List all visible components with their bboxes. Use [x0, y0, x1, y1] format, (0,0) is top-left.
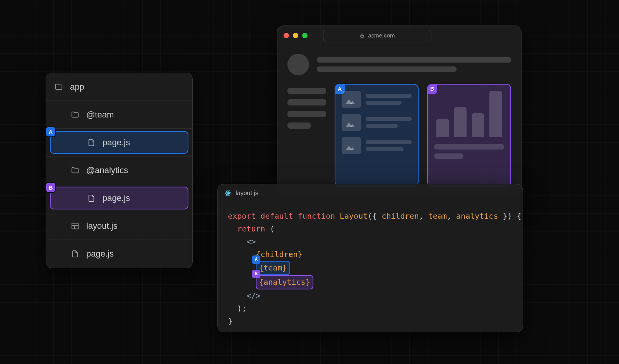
file-tree-root-label: app: [70, 82, 84, 92]
file-tree-file-team-page[interactable]: A page.js: [46, 129, 192, 156]
file-tree-folder-team[interactable]: @team: [46, 101, 192, 129]
code-tab-bar: layout.js: [218, 184, 523, 202]
lock-icon: [359, 33, 365, 38]
react-icon: [225, 190, 232, 197]
file-tree-file-analytics-page[interactable]: B page.js: [46, 184, 192, 212]
svg-rect-3: [361, 35, 364, 37]
chart-bar: [472, 113, 484, 137]
file-tree-root[interactable]: app: [46, 73, 192, 101]
page-header-skeleton: [287, 54, 511, 75]
image-icon: [342, 91, 361, 108]
address-bar[interactable]: acme.com: [323, 30, 431, 41]
code-content: export default function Layout({ childre…: [218, 202, 523, 335]
file-tree-file-page[interactable]: page.js: [46, 240, 192, 268]
chart-bar: [489, 91, 502, 137]
parallel-slot-analytics: B: [427, 84, 511, 187]
chart-bar: [454, 107, 467, 137]
tree-item-label: page.js: [103, 193, 130, 203]
tree-item-label: @analytics: [86, 165, 128, 175]
avatar-skeleton: [287, 54, 309, 75]
folder-icon: [71, 111, 79, 119]
tree-item-label: @team: [86, 110, 114, 120]
skeleton-line: [434, 144, 504, 150]
skeleton-line: [287, 88, 326, 94]
svg-rect-0: [72, 223, 79, 229]
file-tree-panel: app @team A page.js @analytics B page.js: [46, 73, 193, 268]
folder-icon: [55, 83, 63, 91]
file-icon: [87, 138, 96, 147]
file-tree-file-layout[interactable]: layout.js: [46, 212, 192, 240]
parallel-slot-team: A: [335, 84, 419, 187]
skeleton-line: [287, 122, 311, 129]
skeleton-line: [287, 111, 326, 117]
address-bar-url: acme.com: [368, 32, 395, 39]
list-item: [342, 137, 412, 154]
skeleton-line: [317, 66, 457, 72]
code-highlight-team: A{team}: [256, 261, 290, 275]
slot-label-b: B: [427, 84, 437, 94]
window-close-icon[interactable]: [284, 33, 289, 38]
tree-item-label: page.js: [86, 249, 114, 259]
folder-icon: [71, 166, 79, 175]
svg-point-4: [227, 192, 229, 194]
browser-mock-panel: acme.com A: [277, 26, 522, 196]
image-icon: [342, 114, 361, 131]
file-tree-folder-analytics[interactable]: @analytics: [46, 156, 192, 184]
sidebar-skeleton: [287, 84, 326, 187]
code-editor-panel: layout.js export default function Layout…: [217, 184, 523, 332]
file-icon: [71, 250, 79, 258]
window-zoom-icon[interactable]: [302, 33, 308, 38]
skeleton-line: [434, 153, 463, 159]
skeleton-line: [287, 99, 326, 105]
file-icon: [87, 194, 96, 202]
browser-body: A B: [277, 45, 521, 195]
layout-icon: [71, 222, 79, 230]
tree-item-label: page.js: [103, 138, 130, 148]
browser-titlebar: acme.com: [277, 26, 521, 45]
list-item: [342, 114, 412, 131]
bar-chart-skeleton: [434, 91, 504, 137]
skeleton-line: [317, 57, 511, 63]
code-highlight-analytics: B{analytics}: [256, 275, 313, 289]
chart-bar: [436, 119, 449, 137]
window-minimize-icon[interactable]: [293, 33, 298, 38]
list-item: [342, 91, 412, 108]
image-icon: [342, 137, 361, 154]
tree-item-label: layout.js: [86, 221, 118, 231]
code-filename: layout.js: [236, 190, 258, 197]
